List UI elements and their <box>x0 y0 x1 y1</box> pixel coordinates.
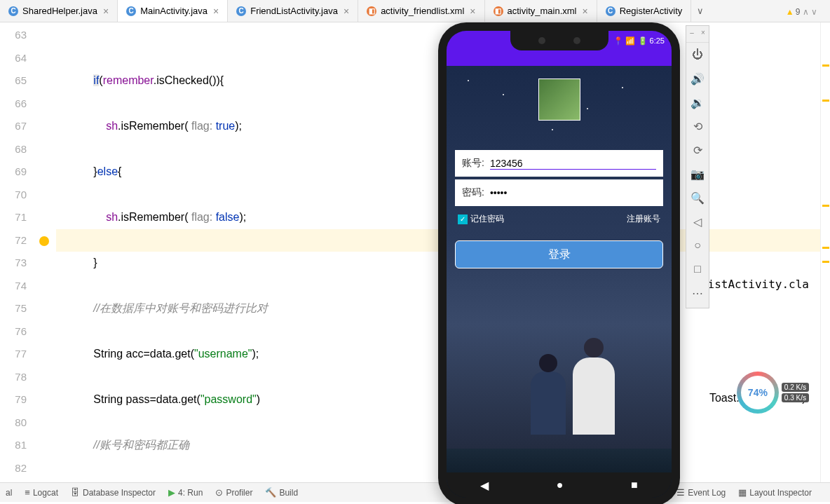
sb-logcat[interactable]: ≡Logcat <box>25 487 58 498</box>
rotate-left-icon[interactable]: ⟲ <box>686 114 709 138</box>
editor-tabs: CSharedHelper.java× CMainActivity.java× … <box>0 0 830 22</box>
password-row: 密码: <box>455 179 663 206</box>
back-icon[interactable]: ◀ <box>480 479 489 492</box>
avatar-image <box>538 79 580 121</box>
tab-mainactivity[interactable]: CMainActivity.java× <box>118 0 228 22</box>
close-icon[interactable]: × <box>103 6 109 17</box>
check-icon: ✓ <box>458 214 468 224</box>
device-notch <box>510 31 608 50</box>
illustration-person2 <box>573 357 615 435</box>
sb-database[interactable]: 🗄Database Inspector <box>71 487 156 498</box>
camera-icon[interactable]: 📷 <box>686 162 709 186</box>
app-background <box>447 66 672 498</box>
battery-icon: 🔋 <box>638 36 648 45</box>
account-label: 账号: <box>462 157 484 170</box>
close-icon[interactable]: × <box>582 6 587 17</box>
emu-recent-icon[interactable]: □ <box>686 257 709 281</box>
status-bar: al ≡Logcat 🗄Database Inspector ▶4: Run ⊙… <box>0 482 830 502</box>
lightbulb-icon[interactable] <box>39 236 49 246</box>
volume-up-icon[interactable]: 🔊 <box>686 67 709 90</box>
login-button[interactable]: 登录 <box>455 240 663 268</box>
play-icon: ▶ <box>168 487 175 498</box>
hammer-icon: 🔨 <box>265 487 276 498</box>
speed-labels: 0.2 K/s0.3 K/s <box>782 381 809 404</box>
close-icon[interactable]: × <box>343 6 349 17</box>
speed-percent: 74% <box>741 376 775 409</box>
database-icon: 🗄 <box>71 487 80 498</box>
sb-run[interactable]: ▶4: Run <box>168 487 203 498</box>
emulator-toolbar: –× ⏻ 🔊 🔉 ⟲ ⟳ 📷 🔍 ◁ ○ □ ⋯ <box>686 25 709 308</box>
register-link[interactable]: 注册账号 <box>627 213 660 225</box>
close-icon[interactable]: × <box>213 6 219 17</box>
logcat-icon: ≡ <box>25 487 30 498</box>
illustration-person1 <box>531 372 566 435</box>
error-stripe[interactable] <box>820 22 830 482</box>
account-row: 账号: <box>455 150 663 177</box>
recent-icon[interactable]: ■ <box>631 479 638 491</box>
sb-eventlog[interactable]: ☰Event Log <box>676 487 726 498</box>
volume-down-icon[interactable]: 🔉 <box>686 90 709 114</box>
sb-build[interactable]: 🔨Build <box>265 487 298 498</box>
home-icon[interactable]: ● <box>557 479 564 491</box>
emulator-device: 📍 📶 🔋 6:25 账号: 密码: ✓记住密码 注册账号 登录 <box>438 22 680 504</box>
emu-home-icon[interactable]: ○ <box>686 233 709 257</box>
emu-back-icon[interactable]: ◁ <box>686 210 709 233</box>
line-gutter: 6364656667686970717273747576777879808182 <box>0 22 32 482</box>
warning-icon: ▲ <box>786 7 794 17</box>
warnings-badge[interactable]: ▲9 ∧ ∨ <box>786 7 817 17</box>
sb-terminal[interactable]: al <box>6 488 12 498</box>
login-form: 账号: 密码: ✓记住密码 注册账号 登录 <box>455 150 663 268</box>
phone-navbar: ◀ ● ■ <box>447 472 672 498</box>
layout-icon: ▦ <box>738 487 747 498</box>
remember-checkbox[interactable]: ✓记住密码 <box>458 213 504 225</box>
close-icon[interactable]: × <box>470 6 475 17</box>
password-label: 密码: <box>462 186 484 199</box>
tab-activity-friendlist-xml[interactable]: ◧activity_friendlist.xml× <box>358 0 484 22</box>
window-close-icon[interactable]: × <box>698 29 709 42</box>
tab-activity-main-xml[interactable]: ◧activity_main.xml× <box>485 0 597 22</box>
emulator-screen[interactable]: 📍 📶 🔋 6:25 账号: 密码: ✓记住密码 注册账号 登录 <box>447 31 672 498</box>
more-icon[interactable]: ⋯ <box>686 281 709 305</box>
sb-profiler[interactable]: ⊙Profiler <box>215 487 252 498</box>
account-input[interactable] <box>490 158 656 170</box>
tab-registeractivity[interactable]: CRegisterActivity <box>597 0 692 22</box>
gutter-icons <box>32 22 56 482</box>
power-icon[interactable]: ⏻ <box>686 43 709 67</box>
speed-widget[interactable]: 74% 0.2 K/s0.3 K/s <box>737 372 809 414</box>
wifi-icon: 📶 <box>625 36 635 45</box>
tab-friendlistactivity[interactable]: CFriendListActivity.java× <box>228 0 358 22</box>
eventlog-icon: ☰ <box>676 487 685 498</box>
tab-sharedhelper[interactable]: CSharedHelper.java× <box>0 0 118 22</box>
rotate-right-icon[interactable]: ⟳ <box>686 138 709 162</box>
location-icon: 📍 <box>613 36 623 45</box>
tab-overflow-icon[interactable]: ∨ <box>691 6 709 16</box>
sb-layout[interactable]: ▦Layout Inspector <box>738 487 812 498</box>
minimize-icon[interactable]: – <box>686 29 698 42</box>
zoom-icon[interactable]: 🔍 <box>686 186 709 210</box>
password-input[interactable] <box>490 187 656 198</box>
profiler-icon: ⊙ <box>215 487 223 498</box>
